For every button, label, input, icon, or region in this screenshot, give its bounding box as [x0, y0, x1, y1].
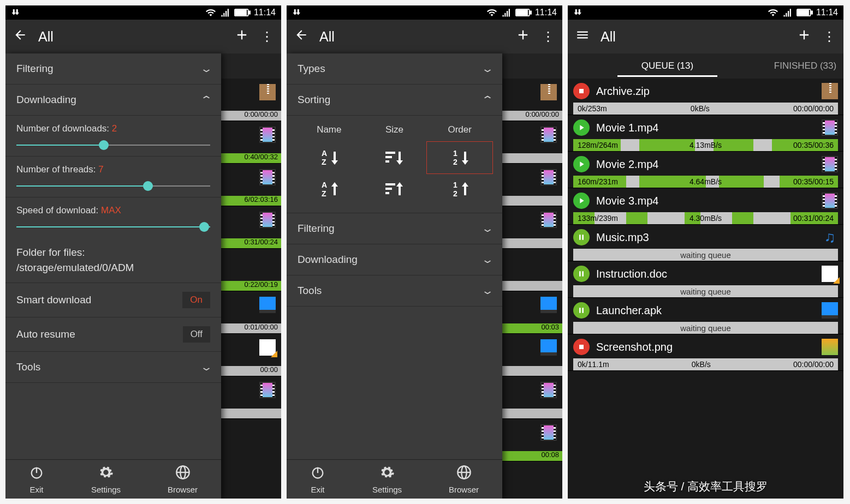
list-item[interactable]: Movie 1.mp4128m/264m4.13mB/s00:35/00:36: [568, 115, 843, 152]
row-types[interactable]: Types ⌄: [287, 53, 502, 85]
svg-rect-15: [385, 160, 389, 163]
file-name: Music.mp3: [596, 231, 815, 244]
row-tools[interactable]: Tools ⌄: [5, 352, 221, 383]
stop-icon[interactable]: [573, 339, 590, 355]
pause-icon[interactable]: [573, 302, 590, 319]
overflow-icon[interactable]: ⋮: [260, 29, 274, 44]
overflow-icon[interactable]: ⋮: [823, 29, 836, 44]
svg-text:1: 1: [453, 181, 457, 189]
status-time: 11:14: [816, 8, 838, 17]
list-item[interactable]: Launcher.apkwaiting queue: [568, 298, 843, 334]
play-icon[interactable]: [573, 119, 590, 136]
signal-icon: [782, 8, 793, 17]
add-icon[interactable]: [515, 27, 531, 46]
download-icon: [573, 8, 583, 17]
file-name: Launcher.apk: [596, 304, 815, 317]
chevron-down-icon: ⌄: [481, 223, 494, 235]
app-bar: All ⋮: [287, 20, 562, 53]
exit-button[interactable]: Exit: [310, 465, 325, 494]
pause-icon[interactable]: [573, 229, 590, 245]
screen-3: 11:14 All ⋮ QUEUE (13) FINISHED (33) Arc…: [568, 5, 843, 499]
add-icon[interactable]: [234, 27, 249, 46]
svg-text:Z: Z: [322, 158, 326, 166]
list-item[interactable]: Music.mp3♫waiting queue: [568, 225, 843, 261]
back-icon[interactable]: [294, 28, 308, 46]
wifi-icon: [205, 8, 217, 17]
row-tools[interactable]: Tools ⌄: [287, 275, 502, 307]
status-bar: 11:14: [5, 5, 281, 20]
svg-rect-31: [811, 11, 812, 14]
svg-text:A: A: [322, 149, 327, 158]
toggle-smart[interactable]: On: [182, 292, 210, 308]
file-name: Movie 2.mp4: [596, 158, 815, 171]
row-folder[interactable]: Folder for files: /storage/emulated/0/AD…: [5, 238, 221, 283]
row-auto[interactable]: Auto resume Off: [5, 317, 221, 352]
svg-rect-32: [798, 10, 809, 15]
browser-button[interactable]: Browser: [168, 465, 198, 494]
chevron-up-icon: ⌃: [200, 94, 213, 106]
tab-queue[interactable]: QUEUE (13): [568, 55, 767, 77]
download-list: Archive.zip0k/253m0kB/s00:00/00:00Movie …: [568, 79, 843, 499]
svg-rect-33: [579, 89, 584, 93]
status-time: 11:14: [535, 8, 557, 17]
status-time: 11:14: [254, 8, 276, 17]
chevron-up-icon: ⌃: [481, 94, 494, 106]
list-item[interactable]: Movie 3.mp4133m/239m4.30mB/s00:31/00:24: [568, 188, 843, 225]
settings-button[interactable]: Settings: [91, 465, 121, 494]
battery-icon: [234, 8, 251, 17]
list-item[interactable]: Instruction.docwaiting queue: [568, 261, 843, 298]
chevron-down-icon: ⌄: [481, 285, 494, 297]
sort-name-desc[interactable]: AZ: [296, 142, 362, 173]
settings-button[interactable]: Settings: [372, 465, 402, 494]
stop-icon[interactable]: [573, 83, 590, 99]
menu-icon[interactable]: [575, 28, 590, 46]
app-bar: All ⋮: [568, 20, 843, 53]
slider-downloads[interactable]: Number of downloads: 2: [5, 116, 221, 157]
signal-icon: [220, 8, 231, 17]
row-filtering[interactable]: Filtering ⌄: [5, 53, 221, 85]
svg-rect-9: [530, 11, 531, 14]
slider-threads[interactable]: Number of threads: 7: [5, 157, 221, 197]
svg-text:A: A: [322, 181, 327, 189]
drawer-settings: Filtering ⌄ Downloading ⌃ Number of down…: [5, 53, 221, 499]
sort-size-label: Size: [362, 120, 427, 142]
sort-size-desc[interactable]: [362, 142, 427, 173]
signal-icon: [501, 8, 512, 17]
add-icon[interactable]: [796, 27, 812, 46]
download-icon: [292, 8, 302, 17]
file-name: Archive.zip: [596, 85, 815, 98]
screen-1: 11:14 All ⋮ 0:00/00:000:40/00:326/02:03:…: [5, 5, 281, 499]
row-downloading[interactable]: Downloading ⌃: [5, 85, 221, 116]
overflow-icon[interactable]: ⋮: [542, 29, 555, 44]
browser-button[interactable]: Browser: [449, 465, 479, 494]
play-icon[interactable]: [573, 156, 590, 172]
sort-order-desc[interactable]: 12: [427, 142, 492, 173]
sort-order-asc[interactable]: 12: [427, 173, 492, 205]
appbar-title: All: [38, 29, 223, 45]
row-sorting[interactable]: Sorting ⌃: [287, 85, 502, 116]
sort-size-asc[interactable]: [362, 173, 427, 205]
tab-finished[interactable]: FINISHED (33): [767, 55, 843, 77]
file-name: Instruction.doc: [596, 268, 815, 280]
svg-rect-22: [385, 192, 389, 194]
svg-rect-13: [385, 152, 395, 154]
toggle-auto[interactable]: Off: [183, 326, 210, 343]
battery-icon: [796, 8, 813, 17]
sort-name-asc[interactable]: AZ: [296, 173, 362, 205]
list-item[interactable]: Archive.zip0k/253m0kB/s00:00/00:00: [568, 79, 843, 115]
row-filtering[interactable]: Filtering ⌄: [287, 213, 502, 244]
svg-text:2: 2: [453, 189, 457, 198]
wifi-icon: [486, 8, 498, 17]
list-item[interactable]: Movie 2.mp4160m/231m4.64mB/s00:35/00:15: [568, 152, 843, 188]
svg-text:2: 2: [453, 158, 457, 166]
exit-button[interactable]: Exit: [29, 465, 44, 494]
play-icon[interactable]: [573, 193, 590, 209]
slider-speed[interactable]: Speed of download: MAX: [5, 197, 221, 238]
row-downloading[interactable]: Downloading ⌄: [287, 244, 502, 275]
list-item[interactable]: Screenshot.png0k/11.1m0kB/s00:00/00:00: [568, 334, 843, 371]
screen-2: 11:14 All ⋮ 0:00/00:0000:0300:08 Types ⌄…: [287, 5, 562, 499]
row-smart[interactable]: Smart download On: [5, 283, 221, 317]
pause-icon[interactable]: [573, 266, 590, 282]
svg-rect-34: [579, 345, 584, 349]
back-icon[interactable]: [13, 28, 27, 46]
